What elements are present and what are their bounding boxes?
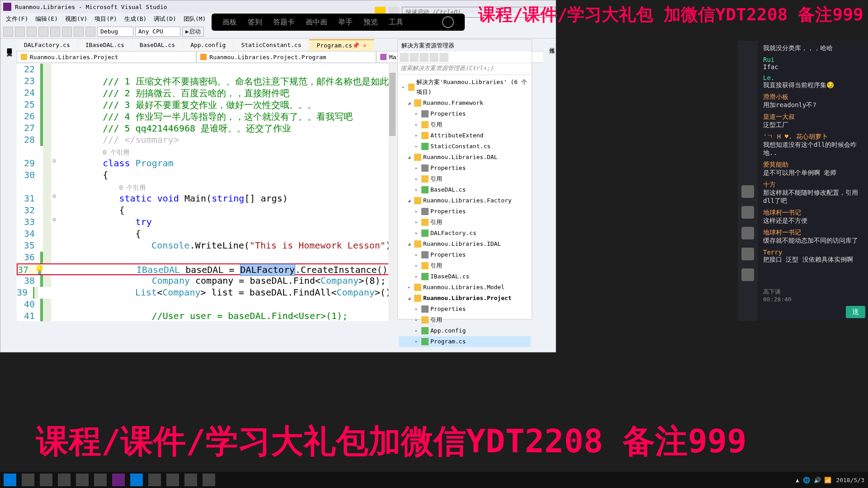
chat-message: 滑滑小板用加readonly不? [763, 93, 864, 109]
bb-hand[interactable]: 举手 [338, 18, 353, 27]
solution-search-input[interactable]: 搜索解决方案资源管理器(Ctrl+;) [398, 63, 532, 75]
tab-dalfactory[interactable]: DALFactory.cs [17, 40, 77, 50]
tree-item[interactable]: ▸Properties [399, 108, 531, 119]
chrome-icon[interactable] [76, 474, 89, 486]
class-status: 高下课 [763, 288, 781, 295]
tree-item[interactable]: ▸IBaseDAL.cs [399, 271, 531, 282]
tab-basedal[interactable]: BaseDAL.cs [132, 40, 182, 50]
open-button[interactable] [38, 27, 48, 37]
code-editor[interactable]: 22 23 /// 1 压缩文件不要搞密码。。命名也注意下规范，邮件名称也是如此… [17, 64, 396, 321]
tab-ibasedal[interactable]: IBaseDAL.cs [78, 40, 132, 50]
tree-item[interactable]: ▸Properties [399, 249, 531, 260]
start-button[interactable]: ▶ 启动 [182, 27, 204, 37]
sync-icon[interactable] [410, 53, 419, 62]
tab-staticconstant[interactable]: StaticConstant.cs [234, 40, 308, 50]
chat-message: 我就没分类库，，，哈哈 [763, 44, 864, 52]
tree-item[interactable]: ◢Ruanmou.Libraries.DAL [399, 152, 531, 163]
tray-icons[interactable]: ▲ 🌐 🔊 📶 [796, 477, 831, 483]
solution-root[interactable]: ▸解决方案'Ruanmou.Libraries' (6 个项目) [399, 77, 531, 98]
tree-item[interactable]: ◢Ruanmou.Libraries.Factory [399, 195, 531, 206]
app-icon-2[interactable] [94, 474, 107, 486]
tree-item[interactable]: ▸Properties [399, 163, 531, 174]
promo-overlay-top: 课程/课件/学习大礼包 加微信YDT2208 备注999 [478, 5, 863, 24]
menu-debug[interactable]: 调试(D) [150, 15, 179, 23]
tree-item[interactable]: ▸引用 [399, 217, 531, 228]
app-icon-1[interactable] [58, 474, 71, 486]
nav-fwd-button[interactable] [15, 27, 25, 37]
context-class[interactable]: Ruanmou.Libraries.Project.Program [196, 51, 376, 63]
props-icon[interactable] [439, 53, 448, 62]
start-button-icon[interactable] [4, 474, 16, 486]
send-button[interactable]: 送 [846, 306, 865, 318]
config-combo[interactable]: Debug [97, 27, 133, 37]
taskbar-date[interactable]: 2018/5/3 [836, 477, 864, 483]
mic-icon[interactable] [741, 185, 754, 198]
save-button[interactable] [50, 27, 60, 37]
chat-sidebar-icons [738, 41, 758, 321]
menu-edit[interactable]: 编辑(E) [32, 15, 61, 23]
tree-item[interactable]: ▸BaseDAL.cs [399, 184, 531, 195]
tree-item[interactable]: ▸引用 [399, 314, 531, 325]
tree-item[interactable]: ▸StaticConstant.cs [399, 141, 531, 152]
tree-item[interactable]: ▸引用 [399, 260, 531, 271]
menu-build[interactable]: 生成(B) [121, 15, 150, 23]
bb-quiz[interactable]: 答题卡 [273, 18, 295, 27]
tree-item[interactable]: ▸Properties [399, 304, 531, 314]
tree-item[interactable]: ▸Properties [399, 206, 531, 217]
left-tool-strip[interactable]: 服务器资源管理器 工具箱 [0, 39, 13, 319]
nav-back-button[interactable] [3, 27, 13, 37]
tree-item[interactable]: ◢Ruanmou.Libraries.IDAL [399, 239, 531, 249]
bb-board[interactable]: 画板 [222, 18, 237, 27]
tab-appconfig[interactable]: App.config [183, 40, 233, 50]
tree-item[interactable]: ▸引用 [399, 119, 531, 130]
edge-icon[interactable] [130, 474, 143, 486]
vs-taskbar-icon[interactable] [112, 474, 125, 486]
tab-program[interactable]: Program.cs📌✕ [309, 39, 373, 51]
home-icon[interactable] [400, 53, 409, 62]
app-icon-3[interactable] [184, 474, 197, 486]
explorer-icon[interactable] [166, 474, 179, 486]
speaker-icon[interactable] [741, 206, 754, 219]
solution-tree[interactable]: ▸解决方案'Ruanmou.Libraries' (6 个项目) ◢Ruanmo… [398, 75, 532, 349]
collapse-icon[interactable] [429, 53, 439, 62]
menu-view[interactable]: 视图(V) [61, 15, 91, 23]
tree-item[interactable]: ▸Program.cs [399, 336, 531, 347]
tree-item[interactable]: ◢Ruanmou.Framework [399, 98, 531, 108]
save-all-button[interactable] [62, 27, 72, 37]
redo-button[interactable] [85, 27, 95, 37]
tree-item[interactable]: ▸DALFactory.cs [399, 228, 531, 239]
tree-item[interactable]: ▸引用 [399, 174, 531, 184]
new-button[interactable] [27, 27, 37, 37]
streaming-toolbar: 画板 签到 答题卡 画中画 举手 预览 工具 [212, 14, 465, 31]
bb-signin[interactable]: 签到 [248, 18, 262, 27]
refresh-icon[interactable] [420, 53, 429, 62]
tree-item[interactable]: ▸App.config [399, 325, 531, 336]
context-project[interactable]: Ruanmou.Libraries.Project [17, 51, 196, 63]
menu-file[interactable]: 文件(F) [2, 15, 32, 23]
cortana-icon[interactable] [22, 474, 34, 486]
power-icon[interactable] [442, 16, 454, 28]
app-icon-4[interactable] [203, 474, 215, 486]
tree-item[interactable]: ▸AttributeExtend [399, 130, 531, 141]
menu-project[interactable]: 项目(P) [91, 15, 120, 23]
clock-icon[interactable] [741, 268, 754, 281]
pin-icon[interactable]: 📌 [352, 42, 359, 49]
window-title: Ruanmou.Libraries - Microsoft Visual Stu… [15, 4, 167, 10]
taskview-icon[interactable] [40, 474, 52, 486]
right-tool-strip[interactable]: 属性 [543, 39, 556, 319]
solution-toolbar [398, 52, 532, 63]
bb-tools[interactable]: 工具 [389, 18, 403, 27]
tree-item[interactable]: ◢Ruanmou.Libraries.Project [399, 293, 531, 304]
mail-icon[interactable] [148, 474, 161, 486]
menu-team[interactable]: 团队(M) [180, 15, 209, 23]
chat-message: Terry把接口 泛型 没依赖具体实例啊 [763, 249, 864, 264]
editor-scrollbar[interactable] [388, 64, 396, 321]
platform-combo[interactable]: Any CPU [135, 27, 180, 37]
expand-icon[interactable] [741, 248, 754, 260]
tree-item[interactable]: ▸Ruanmou.Libraries.Model [399, 282, 531, 293]
undo-button[interactable] [74, 27, 84, 37]
music-icon[interactable] [741, 227, 754, 239]
close-icon[interactable]: ✕ [363, 42, 367, 49]
bb-pip[interactable]: 画中画 [306, 18, 327, 27]
bb-preview[interactable]: 预览 [363, 18, 378, 27]
